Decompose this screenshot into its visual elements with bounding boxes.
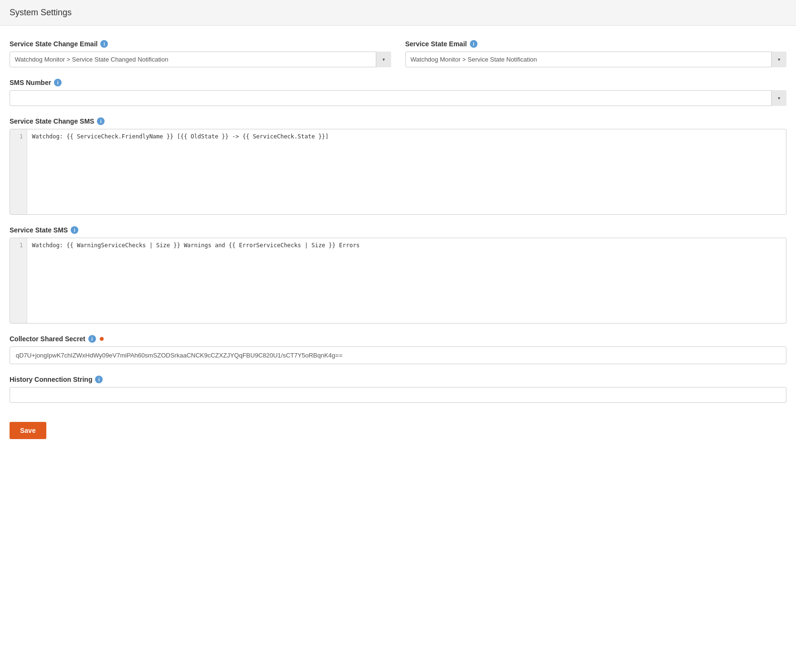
history-connection-string-label: History Connection String	[10, 376, 92, 383]
service-state-change-sms-editor[interactable]: 1 Watchdog: {{ ServiceCheck.FriendlyName…	[10, 129, 786, 215]
service-state-change-sms-section: Service State Change SMS i 1 Watchdog: {…	[10, 117, 786, 215]
history-connection-string-label-row: History Connection String i	[10, 376, 786, 383]
service-state-sms-line-numbers: 1	[10, 238, 27, 323]
service-state-sms-section: Service State SMS i 1 Watchdog: {{ Warni…	[10, 226, 786, 324]
service-state-sms-label: Service State SMS	[10, 226, 68, 234]
service-state-change-email-select[interactable]: Watchdog Monitor > Service State Changed…	[10, 52, 391, 67]
collector-shared-secret-label: Collector Shared Secret	[10, 335, 85, 343]
history-connection-string-input[interactable]	[10, 387, 786, 403]
service-state-change-sms-content[interactable]: Watchdog: {{ ServiceCheck.FriendlyName }…	[27, 129, 786, 214]
sms-number-label-row: SMS Number i	[10, 79, 786, 86]
service-state-sms-info-icon[interactable]: i	[71, 226, 78, 234]
sms-number-row: SMS Number i ▾	[10, 79, 786, 106]
service-state-email-select-wrapper: Watchdog Monitor > Service State Notific…	[405, 52, 787, 67]
save-button[interactable]: Save	[10, 422, 46, 439]
sms-number-select[interactable]	[10, 90, 786, 106]
service-state-change-email-select-wrapper: Watchdog Monitor > Service State Changed…	[10, 52, 391, 67]
collector-shared-secret-value: qD7U+jongIpwK7chIZWxHdWy09eV7miPAh60smSZ…	[10, 346, 786, 364]
service-state-change-email-group: Service State Change Email i Watchdog Mo…	[10, 40, 391, 67]
collector-shared-secret-label-row: Collector Shared Secret i	[10, 335, 786, 343]
service-state-sms-editor[interactable]: 1 Watchdog: {{ WarningServiceChecks | Si…	[10, 238, 786, 324]
service-state-change-sms-info-icon[interactable]: i	[97, 117, 105, 125]
page-header: System Settings	[0, 0, 796, 26]
content-area: Service State Change Email i Watchdog Mo…	[0, 26, 796, 453]
collector-shared-secret-info-icon[interactable]: i	[88, 335, 96, 343]
service-state-email-select[interactable]: Watchdog Monitor > Service State Notific…	[405, 52, 787, 67]
service-state-sms-label-row: Service State SMS i	[10, 226, 786, 234]
collector-shared-secret-required-dot	[100, 337, 104, 341]
service-state-email-label: Service State Email	[405, 40, 467, 48]
history-connection-string-section: History Connection String i	[10, 376, 786, 403]
service-state-change-email-label-row: Service State Change Email i	[10, 40, 391, 48]
page-title: System Settings	[10, 8, 786, 18]
service-state-change-sms-line-numbers: 1	[10, 129, 27, 214]
service-state-change-sms-label: Service State Change SMS	[10, 117, 94, 125]
sms-number-label: SMS Number	[10, 79, 51, 86]
service-state-change-email-label: Service State Change Email	[10, 40, 97, 48]
sms-number-info-icon[interactable]: i	[54, 79, 62, 86]
email-fields-row: Service State Change Email i Watchdog Mo…	[10, 40, 786, 67]
collector-shared-secret-section: Collector Shared Secret i qD7U+jongIpwK7…	[10, 335, 786, 364]
history-connection-string-info-icon[interactable]: i	[95, 376, 103, 383]
page-container: System Settings Service State Change Ema…	[0, 0, 796, 672]
service-state-sms-content[interactable]: Watchdog: {{ WarningServiceChecks | Size…	[27, 238, 786, 323]
service-state-email-info-icon[interactable]: i	[470, 40, 478, 48]
service-state-change-sms-label-row: Service State Change SMS i	[10, 117, 786, 125]
service-state-email-label-row: Service State Email i	[405, 40, 787, 48]
sms-number-select-wrapper: ▾	[10, 90, 786, 106]
service-state-email-group: Service State Email i Watchdog Monitor >…	[405, 40, 787, 67]
service-state-change-email-info-icon[interactable]: i	[100, 40, 108, 48]
sms-number-group: SMS Number i ▾	[10, 79, 786, 106]
